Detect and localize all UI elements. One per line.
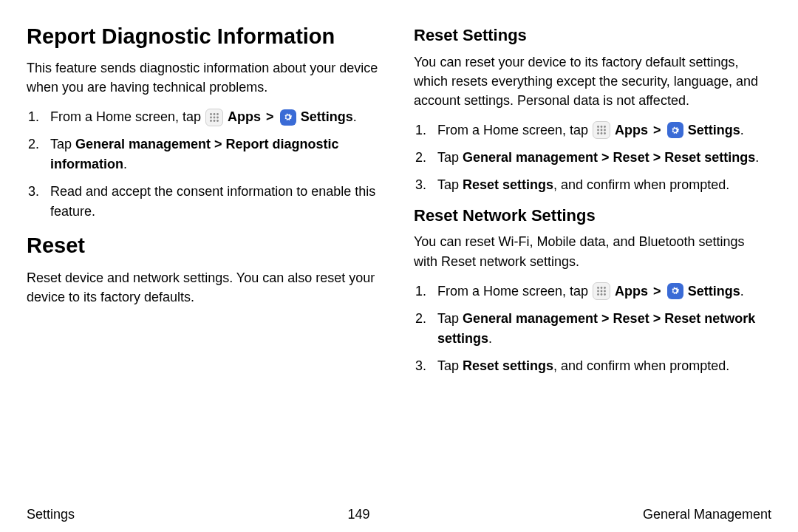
chevron-right-icon: >	[266, 109, 274, 124]
settings-label: Settings	[688, 284, 740, 299]
step-item: Tap General management > Report diagnost…	[43, 134, 384, 174]
settings-label: Settings	[688, 123, 740, 137]
step-bold: Reset settings	[463, 177, 553, 192]
svg-point-19	[601, 287, 603, 289]
svg-point-21	[597, 290, 599, 293]
svg-point-20	[604, 287, 606, 289]
heading-reset-settings: Reset Settings	[414, 25, 771, 47]
svg-point-0	[210, 113, 212, 115]
step-bold: Reset settings	[463, 358, 553, 373]
step-item: Read and accept the consent information …	[43, 182, 384, 222]
steps-reset-settings: From a Home screen, tap Apps > Settings.…	[414, 120, 771, 195]
apps-icon	[205, 109, 223, 126]
period: .	[353, 109, 357, 124]
step-text: From a Home screen, tap	[50, 109, 205, 124]
intro-report-diagnostic: This feature sends diagnostic informatio…	[27, 58, 384, 97]
step-item: Tap Reset settings, and confirm when pro…	[430, 175, 771, 195]
svg-point-13	[601, 129, 603, 132]
svg-point-3	[210, 116, 212, 118]
svg-point-22	[601, 290, 603, 293]
step-text: Tap	[437, 311, 463, 326]
heading-reset-network: Reset Network Settings	[414, 205, 771, 227]
svg-point-4	[214, 116, 216, 118]
step-text: Tap	[50, 137, 75, 151]
apps-icon	[593, 282, 610, 300]
svg-point-11	[604, 126, 606, 128]
step-bold: General management > Report diagnostic i…	[50, 137, 339, 171]
step-text: Tap	[437, 150, 463, 165]
apps-icon	[593, 121, 610, 139]
step-text: Tap	[437, 177, 463, 192]
svg-point-12	[597, 129, 599, 132]
svg-point-7	[214, 120, 216, 122]
svg-point-5	[216, 116, 219, 118]
footer-right: General Management	[643, 507, 771, 522]
settings-gear-icon	[667, 122, 683, 138]
step-item: Tap General management > Reset > Reset s…	[430, 148, 771, 168]
svg-point-1	[214, 113, 216, 115]
apps-label: Apps	[615, 284, 648, 299]
period: .	[123, 157, 127, 171]
step-bold: General management > Reset > Reset setti…	[463, 150, 755, 165]
step-item: From a Home screen, tap Apps > Settings.	[430, 120, 771, 140]
heading-reset: Reset	[27, 232, 384, 259]
svg-point-17	[604, 132, 606, 134]
settings-gear-icon	[280, 109, 296, 126]
step-text: From a Home screen, tap	[437, 123, 592, 137]
step-text: , and confirm when prompted.	[553, 177, 729, 192]
chevron-right-icon: >	[653, 284, 661, 299]
intro-reset: Reset device and network settings. You c…	[27, 268, 384, 307]
period: .	[755, 150, 759, 165]
svg-point-2	[216, 113, 219, 115]
page-footer: Settings 149 General Management	[0, 497, 798, 532]
svg-point-15	[597, 132, 599, 134]
svg-point-16	[601, 132, 603, 134]
settings-label: Settings	[301, 109, 353, 124]
svg-point-9	[597, 126, 599, 128]
apps-label: Apps	[615, 123, 648, 137]
steps-report-diagnostic: From a Home screen, tap Apps > Settings.…	[27, 107, 384, 222]
step-item: From a Home screen, tap Apps > Settings.	[430, 282, 771, 301]
chevron-right-icon: >	[653, 123, 661, 137]
intro-reset-network: You can reset Wi-Fi, Mobile data, and Bl…	[414, 232, 771, 270]
step-item: Tap Reset settings, and confirm when pro…	[430, 356, 771, 376]
step-item: Tap General management > Reset > Reset n…	[430, 309, 771, 349]
svg-point-10	[601, 126, 603, 128]
svg-point-23	[604, 290, 606, 293]
period: .	[740, 123, 744, 137]
svg-point-26	[604, 293, 606, 296]
step-text: From a Home screen, tap	[437, 284, 592, 299]
svg-point-8	[216, 120, 219, 122]
settings-gear-icon	[667, 283, 683, 299]
apps-label: Apps	[228, 109, 261, 124]
period: .	[488, 331, 492, 346]
svg-point-6	[210, 120, 212, 122]
footer-page-number: 149	[347, 507, 369, 522]
step-text: , and confirm when prompted.	[553, 358, 729, 373]
svg-point-24	[597, 293, 599, 296]
left-column: Report Diagnostic Information This featu…	[27, 18, 384, 497]
step-text: Tap	[437, 358, 463, 373]
period: .	[740, 284, 744, 299]
svg-point-18	[597, 287, 599, 289]
heading-report-diagnostic: Report Diagnostic Information	[27, 23, 384, 50]
page-body: Report Diagnostic Information This featu…	[0, 0, 798, 497]
footer-left: Settings	[27, 507, 75, 522]
step-bold: General management > Reset > Reset netwo…	[437, 311, 755, 346]
steps-reset-network: From a Home screen, tap Apps > Settings.…	[414, 282, 771, 376]
svg-point-14	[604, 129, 606, 132]
right-column: Reset Settings You can reset your device…	[414, 18, 771, 497]
step-item: From a Home screen, tap Apps > Settings.	[43, 107, 384, 127]
intro-reset-settings: You can reset your device to its factory…	[414, 52, 771, 110]
svg-point-25	[601, 293, 603, 296]
